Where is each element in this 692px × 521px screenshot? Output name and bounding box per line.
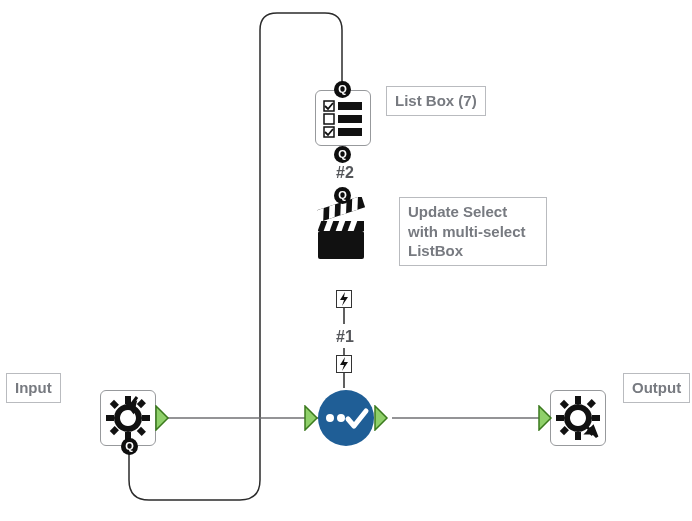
svg-rect-5	[338, 115, 362, 123]
check-circle-icon	[316, 388, 376, 448]
listbox-label: List Box (7)	[386, 86, 486, 116]
clapper-icon	[312, 197, 380, 267]
svg-rect-42	[560, 426, 569, 435]
svg-rect-10	[329, 204, 335, 219]
svg-point-34	[337, 414, 345, 422]
svg-rect-27	[137, 427, 146, 436]
svg-point-33	[326, 414, 334, 422]
hash1-label: #1	[336, 328, 354, 346]
gear-in-icon	[101, 391, 155, 445]
output-node[interactable]	[550, 390, 606, 446]
listbox-port-bottom-q[interactable]: Q	[334, 146, 351, 163]
svg-rect-28	[137, 399, 146, 408]
svg-rect-36	[575, 432, 581, 440]
svg-rect-41	[587, 399, 596, 408]
center-port-top-flash[interactable]	[336, 355, 352, 373]
input-port-right[interactable]	[155, 405, 173, 431]
svg-rect-18	[318, 231, 364, 259]
action-label: Update Select with multi-select ListBox	[399, 197, 547, 266]
output-port-left[interactable]	[538, 405, 556, 431]
listbox-port-top-q[interactable]: Q	[334, 81, 351, 98]
center-port-left[interactable]	[304, 405, 322, 431]
svg-rect-7	[338, 128, 362, 136]
lightning-icon	[337, 356, 351, 372]
listbox-icon	[316, 91, 370, 145]
svg-rect-38	[592, 415, 600, 421]
svg-rect-26	[110, 400, 119, 409]
action-port-top-q[interactable]: Q	[334, 187, 351, 204]
listbox-node[interactable]	[315, 90, 371, 146]
center-node[interactable]	[316, 388, 376, 448]
svg-rect-24	[106, 415, 114, 421]
lightning-icon	[337, 291, 351, 307]
center-port-right[interactable]	[374, 405, 392, 431]
svg-rect-4	[324, 114, 334, 124]
output-label: Output	[623, 373, 690, 403]
svg-rect-3	[338, 102, 362, 110]
gear-out-icon	[551, 391, 605, 445]
svg-rect-25	[142, 415, 150, 421]
svg-rect-35	[575, 396, 581, 404]
workflow-canvas: Input Output List Box (7) Update Select …	[0, 0, 692, 521]
input-label: Input	[6, 373, 61, 403]
svg-rect-29	[110, 426, 119, 435]
svg-rect-39	[560, 400, 569, 409]
svg-rect-37	[556, 415, 564, 421]
input-port-bottom-q[interactable]: Q	[121, 438, 138, 455]
action-port-bottom-flash[interactable]	[336, 290, 352, 308]
action-node[interactable]	[316, 205, 372, 267]
svg-rect-9	[318, 208, 324, 223]
hash2-label: #2	[336, 164, 354, 182]
svg-rect-12	[352, 197, 358, 212]
